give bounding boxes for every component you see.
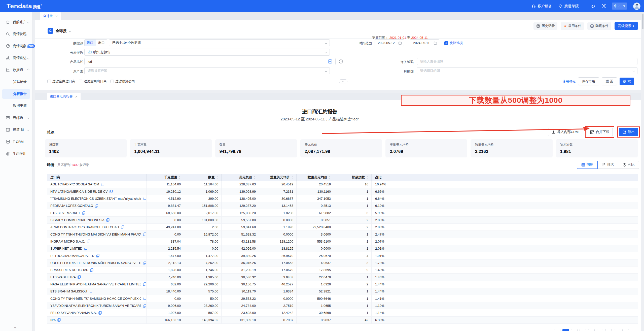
company-copy-icon[interactable] xyxy=(101,183,104,186)
advanced-search-button[interactable]: 高级搜索 xyxy=(615,22,638,30)
academy-button[interactable]: 腾道学院 xyxy=(558,4,579,9)
announcement-button[interactable] xyxy=(591,4,596,8)
col-header[interactable]: 贸易次数 xyxy=(334,174,372,181)
page-next-button[interactable]: › xyxy=(622,329,629,331)
save-common-button[interactable]: 保存常用 xyxy=(578,77,599,85)
avatar[interactable] xyxy=(633,3,640,10)
page-button[interactable]: 2 xyxy=(571,329,578,331)
sort-icon[interactable] xyxy=(216,176,218,179)
company-copy-icon[interactable] xyxy=(87,240,90,243)
date-to-input[interactable]: 2024-05-11 xyxy=(410,39,439,46)
company-copy-icon[interactable] xyxy=(78,275,81,279)
import-export-toggle[interactable]: 进口 出口 xyxy=(84,39,107,46)
history-button[interactable]: 历史记录 xyxy=(533,22,557,30)
common-conditions-button[interactable]: ★ 常用条件 xyxy=(561,22,584,30)
page-button[interactable]: 4 xyxy=(588,329,595,331)
origin-country-select[interactable]: 请选择原产国 xyxy=(84,67,330,74)
page-button[interactable]: 71 xyxy=(614,329,620,331)
company-copy-icon[interactable] xyxy=(84,247,87,250)
tendata-logo[interactable]: Tendata 腾道 ® xyxy=(7,2,42,10)
hs-code-input[interactable] xyxy=(417,58,637,65)
tutorial-link[interactable]: 使用教程 xyxy=(562,79,576,84)
sidebar-item-bi[interactable]: 腾道 BI xyxy=(0,124,32,136)
view-share-button[interactable]: 占比 xyxy=(618,161,639,169)
import-crm-button[interactable]: 导入内部CRM xyxy=(548,128,582,136)
company-copy-icon[interactable] xyxy=(143,304,146,308)
sidebar-item-insight[interactable]: 商情洞察 PRO xyxy=(0,40,32,52)
close-icon[interactable]: × xyxy=(75,95,78,98)
filter-checkbox[interactable]: 过滤空白出口商 xyxy=(79,79,107,84)
sidebar-item-analysis-report[interactable]: 分析报告 xyxy=(2,89,30,99)
sort-icon[interactable] xyxy=(291,176,293,179)
col-header[interactable]: 数量美元均价 xyxy=(297,174,334,181)
dest-country-select[interactable]: 请选择目的国 xyxy=(417,67,637,74)
data-source-select[interactable]: 已选中104个数据源 xyxy=(109,39,330,46)
search-button[interactable]: 搜 索 xyxy=(620,78,634,85)
date-from-input[interactable]: 2023-05-12 xyxy=(375,39,404,46)
company-copy-icon[interactable] xyxy=(143,261,146,264)
search-mode-dropdown[interactable]: 全球搜 xyxy=(48,28,71,34)
company-copy-icon[interactable] xyxy=(106,218,110,222)
col-header[interactable]: 数量 xyxy=(184,174,222,181)
collapse-filters-pill[interactable] xyxy=(339,79,347,83)
sidebar-item-tcrm[interactable]: T-CRM xyxy=(0,136,32,148)
language-toggle[interactable]: 中 / EN xyxy=(612,3,627,10)
company-copy-icon[interactable] xyxy=(121,225,124,229)
checkbox-icon[interactable] xyxy=(47,80,51,83)
company-copy-icon[interactable] xyxy=(143,197,146,200)
tab-importer-report[interactable]: 进口商汇总报告 × xyxy=(47,93,81,100)
company-copy-icon[interactable] xyxy=(89,290,92,293)
sort-icon[interactable] xyxy=(366,176,368,179)
tab-global-search[interactable]: 全球搜 × xyxy=(40,12,61,20)
filter-checkbox[interactable]: 过滤物流公司 xyxy=(110,79,135,84)
company-copy-icon[interactable] xyxy=(57,318,61,322)
sort-icon[interactable] xyxy=(254,176,256,179)
view-detail-button[interactable]: 明细 xyxy=(577,161,598,169)
company-copy-icon[interactable] xyxy=(96,254,99,257)
sort-icon[interactable] xyxy=(329,176,331,179)
page-button[interactable]: 1 xyxy=(562,329,569,331)
company-copy-icon[interactable] xyxy=(82,211,85,215)
close-icon[interactable]: × xyxy=(55,14,58,18)
sidebar-item-data-hub[interactable]: 数据通 xyxy=(0,64,32,76)
col-header[interactable]: 美元总价 xyxy=(222,174,259,181)
sort-icon[interactable] xyxy=(178,176,181,179)
company-copy-icon[interactable] xyxy=(98,311,102,315)
customer-service-button[interactable]: 客户服务 xyxy=(531,4,552,9)
sidebar-item-my-account[interactable]: 我的账户 xyxy=(0,16,32,28)
report-type-select[interactable]: 进口商汇总报告 xyxy=(84,49,330,56)
sidebar-item-radar[interactable]: 商情雷达 xyxy=(0,52,32,64)
page-ellipsis[interactable]: ... xyxy=(605,329,612,331)
sidebar-item-data-update[interactable]: 数据更新 xyxy=(0,100,32,112)
company-copy-icon[interactable] xyxy=(95,204,98,208)
company-copy-icon[interactable] xyxy=(143,297,146,300)
company-copy-icon[interactable] xyxy=(143,233,146,236)
company-copy-icon[interactable] xyxy=(110,190,113,193)
col-header[interactable]: 千克重量 xyxy=(147,174,184,181)
reset-button[interactable]: 重 置 xyxy=(602,77,617,85)
sidebar-item-eco-apps[interactable]: 生态应用 xyxy=(0,148,32,160)
filter-checkbox[interactable]: 过滤空白进口商 xyxy=(47,79,75,84)
export-button[interactable]: 导出 xyxy=(619,128,638,136)
page-prev-button[interactable]: ‹ xyxy=(554,329,560,331)
checkbox-icon[interactable] xyxy=(110,80,114,83)
sidebar-item-trade-records[interactable]: 贸易记录 xyxy=(0,76,32,88)
sidebar-collapse-button[interactable]: « xyxy=(14,325,16,330)
history-circle-icon[interactable] xyxy=(339,59,343,64)
sidebar-item-cloud-mail[interactable]: 云邮通 xyxy=(0,112,32,124)
company-copy-icon[interactable] xyxy=(90,268,93,272)
hide-conditions-button[interactable]: 隐藏条件 xyxy=(587,22,611,30)
view-ranking-button[interactable]: 排名 xyxy=(597,161,618,169)
checkbox-icon[interactable] xyxy=(79,80,82,83)
company-copy-icon[interactable] xyxy=(143,282,146,286)
page-button[interactable]: 5 xyxy=(597,329,603,331)
col-header[interactable]: 重量美元均价 xyxy=(259,174,297,181)
fullscreen-button[interactable] xyxy=(602,4,606,8)
sidebar-item-discovery[interactable]: 商情发现 xyxy=(0,28,32,40)
scrollbar-thumb[interactable] xyxy=(642,14,643,29)
product-options-icon[interactable] xyxy=(328,59,332,63)
merge-download-button[interactable]: 合并下载 xyxy=(587,128,613,136)
page-button[interactable]: 3 xyxy=(580,329,586,331)
export-toggle[interactable]: 出口 xyxy=(96,40,107,46)
import-toggle[interactable]: 进口 xyxy=(85,40,96,46)
